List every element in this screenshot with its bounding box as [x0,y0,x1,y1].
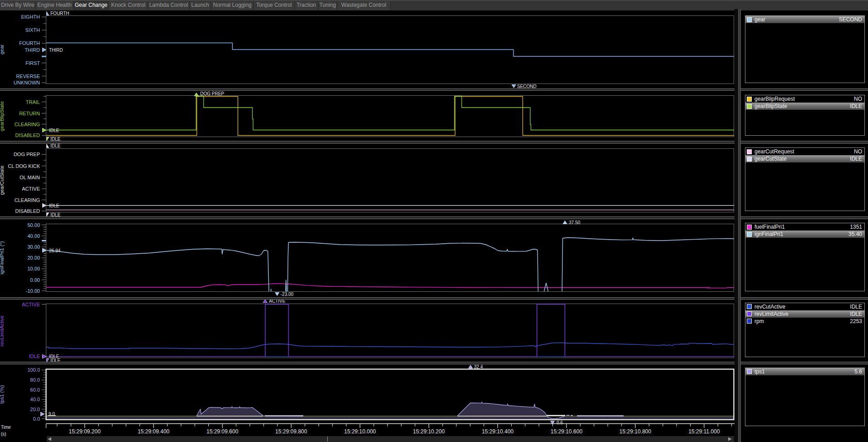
svg-text:20.0: 20.0 [30,407,40,412]
svg-text:15:29:10.200: 15:29:10.200 [413,428,445,435]
svg-text:15:29:10.600: 15:29:10.600 [551,428,582,435]
svg-text:DISABLED: DISABLED [15,208,40,214]
svg-text:10.00: 10.00 [27,266,40,271]
svg-text:32.4: 32.4 [474,364,483,369]
svg-text:DOG PREP: DOG PREP [14,152,40,157]
svg-text:UNKNOWN: UNKNOWN [14,80,40,85]
svg-text:THIRD: THIRD [49,48,63,53]
svg-text:RETURN: RETURN [19,111,40,116]
svg-text:IDLE: IDLE [49,128,59,133]
svg-text:IDLE: IDLE [50,143,61,148]
svg-text:15:29:11.000: 15:29:11.000 [688,428,720,435]
svg-text:CLEARING: CLEARING [15,197,40,203]
svg-text:80.0: 80.0 [30,377,40,383]
svg-text:gear: gear [0,44,5,54]
svg-text:OL MAIN: OL MAIN [20,175,40,180]
svg-text:60.0: 60.0 [30,387,40,393]
svg-text:15:29:10.800: 15:29:10.800 [619,428,651,435]
svg-text:gearBlipState: gearBlipState [0,101,5,131]
svg-text:SIXTH: SIXTH [25,27,40,33]
svg-text:15:29:10.400: 15:29:10.400 [482,428,513,435]
svg-text:IDLE: IDLE [49,203,59,208]
svg-text:40.0: 40.0 [30,397,40,402]
svg-text:IDLE: IDLE [29,354,40,359]
svg-text:Time: Time [1,425,11,430]
svg-text:IDLE: IDLE [50,212,61,217]
svg-text:ACTIVE: ACTIVE [22,186,40,192]
svg-text:ignFinalPri1 (°): ignFinalPri1 (°) [0,241,5,275]
svg-text:20.00: 20.00 [27,255,40,260]
svg-text:CLEARING: CLEARING [15,122,40,127]
svg-text:100.0: 100.0 [27,367,40,373]
svg-text:EIGHTH: EIGHTH [21,14,40,20]
svg-text:15:29:09.200: 15:29:09.200 [69,428,101,435]
svg-text:revLimitActive: revLimitActive [0,315,5,346]
svg-text:15:29:09.400: 15:29:09.400 [138,428,169,435]
svg-text:DISABLED: DISABLED [15,133,40,138]
svg-text:37.50: 37.50 [569,220,580,225]
svg-text:ACTIVE: ACTIVE [22,302,40,307]
svg-text:DOG PREP: DOG PREP [200,91,224,96]
svg-text:30.00: 30.00 [27,244,40,250]
svg-text:15:29:10.000: 15:29:10.000 [344,428,376,435]
svg-text:THIRD: THIRD [25,47,40,53]
svg-text:0.6: 0.6 [557,420,563,425]
svg-text:15:29:09.800: 15:29:09.800 [275,428,307,435]
svg-text:FOURTH: FOURTH [19,40,40,46]
svg-text:0.00: 0.00 [30,277,40,283]
svg-text:tps1 (%): tps1 (%) [0,385,5,404]
svg-text:REVERSE: REVERSE [16,74,40,79]
svg-text:-10.00: -10.00 [26,288,40,294]
svg-text:SECOND: SECOND [517,84,537,89]
svg-text:40.00: 40.00 [27,233,40,239]
svg-text:FOURTH: FOURTH [50,11,69,16]
svg-text:26.94: 26.94 [49,248,60,253]
svg-text:gearCutState: gearCutState [0,166,5,195]
svg-text:50.00: 50.00 [27,222,40,228]
svg-text:(s): (s) [1,432,6,437]
svg-text:15:29:09.600: 15:29:09.600 [207,428,238,435]
svg-text:CL DOG KICK: CL DOG KICK [8,163,40,169]
svg-text:TRAIL: TRAIL [26,99,40,105]
svg-text:-23.00: -23.00 [281,292,294,297]
svg-text:0.0: 0.0 [33,416,40,422]
svg-text:FIRST: FIRST [25,60,40,66]
svg-text:IDLE: IDLE [50,137,61,142]
